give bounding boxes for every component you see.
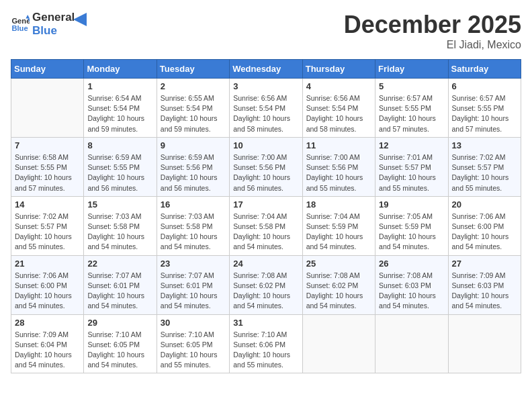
day-number: 4 [306, 81, 371, 91]
calendar-cell: 19Sunrise: 7:05 AMSunset: 5:59 PMDayligh… [375, 196, 448, 255]
day-info: Sunrise: 6:54 AMSunset: 5:54 PMDaylight:… [87, 93, 152, 134]
calendar-cell: 13Sunrise: 7:02 AMSunset: 5:57 PMDayligh… [448, 137, 521, 196]
col-header-tuesday: Tuesday [157, 60, 229, 79]
calendar-cell [302, 314, 375, 373]
day-info: Sunrise: 6:56 AMSunset: 5:54 PMDaylight:… [233, 93, 298, 134]
calendar-cell: 23Sunrise: 7:07 AMSunset: 6:01 PMDayligh… [157, 255, 229, 314]
svg-text:Blue: Blue [11, 24, 28, 32]
day-info: Sunrise: 7:00 AMSunset: 5:56 PMDaylight:… [306, 152, 371, 193]
day-info: Sunrise: 7:00 AMSunset: 5:56 PMDaylight:… [233, 152, 298, 193]
logo: General Blue General Blue [11, 11, 87, 37]
col-header-thursday: Thursday [302, 60, 375, 79]
day-number: 26 [379, 259, 444, 269]
day-number: 25 [306, 259, 371, 269]
calendar-cell: 17Sunrise: 7:04 AMSunset: 5:58 PMDayligh… [230, 196, 302, 255]
day-info: Sunrise: 6:57 AMSunset: 5:55 PMDaylight:… [379, 93, 444, 134]
col-header-sunday: Sunday [11, 60, 84, 79]
day-info: Sunrise: 7:06 AMSunset: 6:00 PMDaylight:… [15, 271, 80, 312]
day-number: 11 [306, 140, 371, 150]
day-number: 20 [452, 199, 517, 210]
logo-icon: General Blue [11, 15, 30, 34]
day-number: 17 [233, 199, 298, 210]
day-number: 8 [87, 140, 152, 150]
calendar-cell: 29Sunrise: 7:10 AMSunset: 6:05 PMDayligh… [84, 314, 157, 373]
day-info: Sunrise: 7:06 AMSunset: 6:00 PMDaylight:… [452, 212, 517, 253]
calendar-cell: 6Sunrise: 6:57 AMSunset: 5:55 PMDaylight… [448, 79, 521, 138]
day-number: 7 [15, 140, 80, 150]
day-info: Sunrise: 7:08 AMSunset: 6:02 PMDaylight:… [306, 271, 371, 312]
calendar-cell: 16Sunrise: 7:03 AMSunset: 5:58 PMDayligh… [157, 196, 229, 255]
calendar-cell: 28Sunrise: 7:09 AMSunset: 6:04 PMDayligh… [11, 314, 84, 373]
logo-general: General [32, 11, 75, 24]
calendar-cell: 8Sunrise: 6:59 AMSunset: 5:55 PMDaylight… [84, 137, 157, 196]
calendar-cell: 18Sunrise: 7:04 AMSunset: 5:59 PMDayligh… [302, 196, 375, 255]
calendar-cell: 4Sunrise: 6:56 AMSunset: 5:54 PMDaylight… [302, 79, 375, 138]
calendar-cell [11, 79, 84, 138]
col-header-wednesday: Wednesday [230, 60, 302, 79]
calendar-cell: 11Sunrise: 7:00 AMSunset: 5:56 PMDayligh… [302, 137, 375, 196]
calendar-cell: 12Sunrise: 7:01 AMSunset: 5:57 PMDayligh… [375, 137, 448, 196]
day-info: Sunrise: 7:02 AMSunset: 5:57 PMDaylight:… [452, 152, 517, 193]
calendar-cell: 7Sunrise: 6:58 AMSunset: 5:55 PMDaylight… [11, 137, 84, 196]
day-number: 21 [15, 259, 80, 269]
day-info: Sunrise: 7:03 AMSunset: 5:58 PMDaylight:… [87, 212, 152, 253]
day-info: Sunrise: 7:09 AMSunset: 6:03 PMDaylight:… [452, 271, 517, 312]
day-info: Sunrise: 7:01 AMSunset: 5:57 PMDaylight:… [379, 152, 444, 193]
calendar-cell: 5Sunrise: 6:57 AMSunset: 5:55 PMDaylight… [375, 79, 448, 138]
day-number: 15 [87, 199, 152, 210]
day-number: 14 [15, 199, 80, 210]
calendar-cell: 2Sunrise: 6:55 AMSunset: 5:54 PMDaylight… [157, 79, 229, 138]
day-info: Sunrise: 7:08 AMSunset: 6:03 PMDaylight:… [379, 271, 444, 312]
day-number: 27 [452, 259, 517, 269]
day-number: 2 [161, 81, 226, 91]
svg-marker-4 [73, 13, 87, 26]
day-info: Sunrise: 7:04 AMSunset: 5:59 PMDaylight:… [306, 212, 371, 253]
day-number: 24 [233, 259, 298, 269]
calendar-cell: 25Sunrise: 7:08 AMSunset: 6:02 PMDayligh… [302, 255, 375, 314]
calendar-cell: 14Sunrise: 7:02 AMSunset: 5:57 PMDayligh… [11, 196, 84, 255]
day-info: Sunrise: 7:10 AMSunset: 6:05 PMDaylight:… [161, 330, 226, 371]
calendar-cell: 31Sunrise: 7:10 AMSunset: 6:06 PMDayligh… [230, 314, 302, 373]
day-number: 18 [306, 199, 371, 210]
calendar-cell: 22Sunrise: 7:07 AMSunset: 6:01 PMDayligh… [84, 255, 157, 314]
calendar-cell: 30Sunrise: 7:10 AMSunset: 6:05 PMDayligh… [157, 314, 229, 373]
calendar-cell: 1Sunrise: 6:54 AMSunset: 5:54 PMDaylight… [84, 79, 157, 138]
calendar-cell [448, 314, 521, 373]
calendar-cell: 9Sunrise: 6:59 AMSunset: 5:56 PMDaylight… [157, 137, 229, 196]
day-number: 16 [161, 199, 226, 210]
day-number: 28 [15, 318, 80, 328]
calendar-cell: 20Sunrise: 7:06 AMSunset: 6:00 PMDayligh… [448, 196, 521, 255]
day-number: 13 [452, 140, 517, 150]
calendar-cell [375, 314, 448, 373]
day-number: 10 [233, 140, 298, 150]
day-info: Sunrise: 6:57 AMSunset: 5:55 PMDaylight:… [452, 93, 517, 134]
day-info: Sunrise: 7:02 AMSunset: 5:57 PMDaylight:… [15, 212, 80, 253]
day-number: 1 [87, 81, 152, 91]
col-header-monday: Monday [84, 60, 157, 79]
calendar-cell: 10Sunrise: 7:00 AMSunset: 5:56 PMDayligh… [230, 137, 302, 196]
day-info: Sunrise: 7:10 AMSunset: 6:05 PMDaylight:… [87, 330, 152, 371]
calendar-cell: 3Sunrise: 6:56 AMSunset: 5:54 PMDaylight… [230, 79, 302, 138]
day-info: Sunrise: 7:07 AMSunset: 6:01 PMDaylight:… [161, 271, 226, 312]
day-number: 22 [87, 259, 152, 269]
day-info: Sunrise: 6:56 AMSunset: 5:54 PMDaylight:… [306, 93, 371, 134]
calendar-cell: 15Sunrise: 7:03 AMSunset: 5:58 PMDayligh… [84, 196, 157, 255]
logo-arrow-icon [73, 13, 87, 26]
month-title: December 2025 [344, 11, 521, 39]
day-info: Sunrise: 6:55 AMSunset: 5:54 PMDaylight:… [161, 93, 226, 134]
day-info: Sunrise: 7:05 AMSunset: 5:59 PMDaylight:… [379, 212, 444, 253]
day-info: Sunrise: 7:09 AMSunset: 6:04 PMDaylight:… [15, 330, 80, 371]
day-info: Sunrise: 7:08 AMSunset: 6:02 PMDaylight:… [233, 271, 298, 312]
day-info: Sunrise: 6:59 AMSunset: 5:56 PMDaylight:… [161, 152, 226, 193]
day-number: 19 [379, 199, 444, 210]
calendar-cell: 27Sunrise: 7:09 AMSunset: 6:03 PMDayligh… [448, 255, 521, 314]
day-number: 23 [161, 259, 226, 269]
day-info: Sunrise: 7:10 AMSunset: 6:06 PMDaylight:… [233, 330, 298, 371]
day-number: 29 [87, 318, 152, 328]
day-info: Sunrise: 6:58 AMSunset: 5:55 PMDaylight:… [15, 152, 80, 193]
day-number: 5 [379, 81, 444, 91]
col-header-saturday: Saturday [448, 60, 521, 79]
day-number: 6 [452, 81, 517, 91]
day-number: 31 [233, 318, 298, 328]
logo-blue: Blue [32, 24, 75, 38]
